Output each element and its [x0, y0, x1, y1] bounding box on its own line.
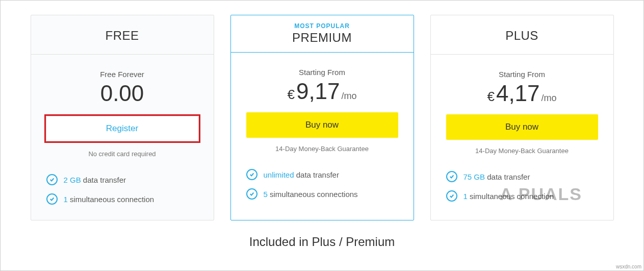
feature-text: simultaneous connection	[68, 195, 154, 204]
price-section-premium: Starting From € 9,17 /mo	[231, 53, 414, 112]
feature-highlight: 5	[264, 190, 268, 199]
popular-badge: MOST POPULAR	[231, 22, 414, 30]
watermark-url: wsxdn.com	[616, 264, 641, 269]
plan-name-plus: PLUS	[431, 29, 613, 43]
price-row-free: 0.00	[31, 81, 214, 106]
feature-connections: 5 simultaneous connections	[246, 184, 398, 204]
feature-connections: 1 simultaneous connection	[46, 189, 198, 209]
cta-note-premium: 14-Day Money-Back Guarantee	[231, 145, 414, 153]
register-button[interactable]: Register	[46, 116, 199, 141]
price-period: /mo	[542, 93, 557, 104]
feature-text: simultaneous connection	[468, 192, 554, 201]
feature-text: simultaneous connections	[268, 190, 358, 199]
price-amount-premium: 9,17	[296, 79, 340, 104]
plan-card-premium: MOST POPULAR PREMIUM Starting From € 9,1…	[230, 15, 414, 220]
check-icon	[246, 169, 257, 180]
cta-note-free: No credit card required	[31, 150, 214, 158]
plan-header-plus: PLUS	[431, 15, 613, 55]
included-title: Included in Plus / Premium	[1, 235, 643, 249]
plan-name-premium: PREMIUM	[231, 31, 414, 45]
price-amount-free: 0.00	[100, 81, 144, 106]
feature-highlight: 75 GB	[463, 173, 485, 181]
price-row-premium: € 9,17 /mo	[231, 79, 414, 104]
features-plus: 75 GB data transfer 1 simultaneous conne…	[431, 164, 613, 217]
feature-data-transfer: 2 GB data transfer	[46, 170, 198, 189]
feature-connections: 1 simultaneous connection	[446, 186, 598, 206]
buy-now-button-premium[interactable]: Buy now	[246, 112, 398, 138]
cta-note-plus: 14-Day Money-Back Guarantee	[431, 147, 613, 155]
cta-wrap-premium: Buy now	[231, 112, 414, 138]
feature-text: data transfer	[485, 173, 530, 181]
plan-header-free: FREE	[31, 15, 214, 55]
feature-highlight: unlimited	[264, 170, 294, 179]
price-section-plus: Starting From € 4,17 /mo	[431, 55, 613, 114]
feature-data-transfer: unlimited data transfer	[246, 165, 398, 184]
plan-header-premium: MOST POPULAR PREMIUM	[231, 15, 414, 53]
feature-text: data transfer	[294, 170, 339, 179]
price-label-premium: Starting From	[231, 68, 414, 77]
price-label-plus: Starting From	[431, 70, 613, 79]
check-icon	[446, 190, 457, 202]
check-icon	[446, 171, 457, 182]
currency-symbol: €	[487, 89, 494, 105]
feature-highlight: 1	[64, 195, 68, 204]
price-row-plus: € 4,17 /mo	[431, 81, 613, 106]
plan-name-free: FREE	[31, 29, 214, 43]
price-period: /mo	[342, 91, 357, 102]
buy-now-button-plus[interactable]: Buy now	[446, 114, 598, 140]
feature-text: data transfer	[81, 176, 126, 184]
plan-card-free: FREE Free Forever 0.00 Register No credi…	[31, 15, 214, 220]
cta-highlight-box: Register	[44, 114, 200, 143]
feature-highlight: 2 GB	[64, 176, 81, 184]
price-label-free: Free Forever	[31, 70, 214, 79]
feature-data-transfer: 75 GB data transfer	[446, 167, 598, 186]
features-free: 2 GB data transfer 1 simultaneous connec…	[31, 167, 214, 220]
cta-wrap-plus: Buy now	[431, 114, 613, 140]
features-premium: unlimited data transfer 5 simultaneous c…	[231, 162, 414, 215]
plan-card-plus: PLUS Starting From € 4,17 /mo Buy now 14…	[430, 15, 614, 220]
check-icon	[246, 188, 257, 200]
currency-symbol: €	[287, 87, 294, 103]
price-section-free: Free Forever 0.00	[31, 55, 214, 114]
price-amount-plus: 4,17	[496, 81, 540, 106]
feature-highlight: 1	[463, 192, 468, 201]
check-icon	[46, 174, 58, 185]
pricing-plans-container: FREE Free Forever 0.00 Register No credi…	[1, 1, 643, 220]
check-icon	[46, 193, 58, 205]
